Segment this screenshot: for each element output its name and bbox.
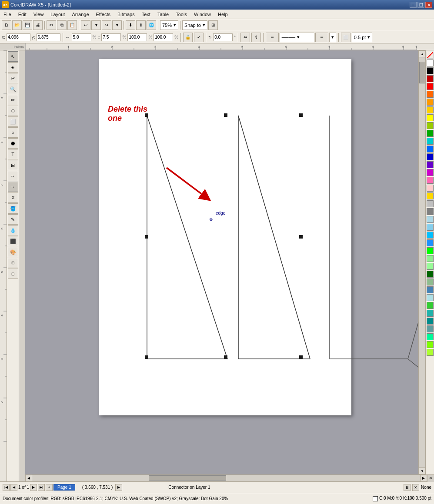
mirror-h-button[interactable]: ⇔: [240, 33, 250, 42]
dark-cyan-swatch[interactable]: [427, 318, 434, 325]
dark-red-swatch[interactable]: [427, 75, 434, 82]
light-pink-swatch[interactable]: [427, 185, 434, 192]
cut-button[interactable]: ✂: [47, 20, 56, 30]
menu-help[interactable]: Help: [214, 11, 231, 18]
interactive-fill-button[interactable]: 🎨: [8, 247, 18, 257]
monitor-button[interactable]: 🖥: [404, 484, 411, 491]
page-tab-1[interactable]: Page 1: [53, 484, 75, 491]
pale-green-swatch[interactable]: [427, 263, 434, 270]
shape-tool-button[interactable]: ◈: [8, 62, 18, 73]
cyan-swatch[interactable]: [427, 138, 434, 145]
new-button[interactable]: 🗋: [2, 20, 11, 30]
sea-green-swatch[interactable]: [427, 279, 434, 285]
snap-button[interactable]: ✕: [412, 484, 419, 491]
gold-swatch[interactable]: [427, 192, 434, 199]
silver-swatch[interactable]: [427, 200, 434, 207]
table-tool-button[interactable]: ⊞: [8, 160, 18, 170]
mesh-fill-button[interactable]: ⊞: [8, 258, 18, 268]
pink-swatch[interactable]: [427, 177, 434, 184]
redo-button[interactable]: ↪: [102, 20, 111, 30]
h-pct-input[interactable]: [154, 33, 173, 41]
line-end-left[interactable]: ━: [266, 33, 279, 42]
menu-window[interactable]: Window: [190, 11, 214, 18]
teal-swatch[interactable]: [427, 310, 434, 317]
menu-arrange[interactable]: Arrange: [68, 11, 92, 18]
yellow-green-swatch[interactable]: [427, 122, 434, 129]
scroll-right-button[interactable]: ▶: [420, 475, 427, 482]
next-page-button[interactable]: ▶: [30, 484, 37, 491]
menu-table[interactable]: Table: [154, 11, 172, 18]
hscroll-thumb[interactable]: [149, 475, 226, 481]
minimize-button[interactable]: −: [410, 2, 417, 8]
menu-text[interactable]: Text: [138, 11, 154, 18]
menu-view[interactable]: View: [30, 11, 47, 18]
cadet-blue-swatch[interactable]: [427, 325, 434, 332]
vscroll-bar[interactable]: ▲ ▼: [418, 50, 425, 474]
powder-blue-swatch[interactable]: [427, 294, 434, 301]
publish-button[interactable]: 🌐: [147, 20, 156, 30]
light-green-swatch[interactable]: [427, 255, 434, 262]
red-swatch[interactable]: [427, 83, 434, 90]
menu-file[interactable]: File: [0, 11, 15, 18]
deep-sky-blue-swatch[interactable]: [427, 232, 434, 239]
expand-button[interactable]: ▶: [115, 484, 122, 491]
polygon-tool-button[interactable]: ⬟: [8, 138, 18, 149]
no-fill-swatch[interactable]: [427, 52, 434, 59]
fill-tool-button[interactable]: 🪣: [8, 203, 18, 214]
undo-dropdown[interactable]: ▾: [91, 20, 101, 30]
white-swatch[interactable]: [427, 60, 434, 66]
save-button[interactable]: 💾: [23, 20, 32, 30]
export-button[interactable]: ⬆: [136, 20, 146, 30]
angle-input[interactable]: [213, 33, 233, 41]
transparency-button[interactable]: ◻: [8, 269, 18, 279]
light-blue-swatch[interactable]: [427, 216, 434, 223]
smart-drawing-button[interactable]: ✎: [8, 214, 18, 225]
undo-button[interactable]: ↩: [81, 20, 90, 30]
line-end-dropdown[interactable]: ▾: [329, 33, 336, 42]
smart-fill-button[interactable]: ⬡: [8, 106, 18, 116]
dodger-blue-swatch[interactable]: [427, 239, 434, 246]
menu-layout[interactable]: Layout: [47, 11, 68, 18]
sky-blue-swatch[interactable]: [427, 224, 434, 231]
close-button[interactable]: ✕: [425, 2, 432, 8]
rectangle-tool-button[interactable]: ⬜: [8, 116, 18, 127]
line-end-right[interactable]: ━: [315, 33, 328, 42]
orange-swatch[interactable]: [427, 99, 434, 106]
scroll-left-button[interactable]: ◀: [25, 475, 32, 482]
dark-green-swatch[interactable]: [427, 271, 434, 278]
black-swatch[interactable]: [427, 67, 434, 74]
height-input[interactable]: [101, 33, 121, 41]
canvas-area[interactable]: edge ⊕ Delete this one: [25, 50, 425, 474]
select-tool-button[interactable]: ↖: [8, 51, 18, 62]
width-input[interactable]: [72, 33, 91, 41]
hscroll-bar[interactable]: ◀ ▶ ⊕: [25, 474, 434, 481]
last-page-button[interactable]: ▶|: [38, 484, 45, 491]
dark-blue-swatch[interactable]: [427, 153, 434, 160]
w-pct-input[interactable]: [127, 33, 147, 41]
blue-swatch[interactable]: [427, 146, 434, 153]
menu-effects[interactable]: Effects: [93, 11, 114, 18]
text-tool-button[interactable]: T: [8, 149, 18, 159]
stroke-width-dropdown[interactable]: 0.5 pt ▾: [352, 33, 373, 42]
blend-tool-button[interactable]: ⧖: [8, 192, 18, 203]
connector-tool-button[interactable]: →: [8, 182, 18, 192]
redo-dropdown[interactable]: ▾: [112, 20, 122, 30]
y-input[interactable]: [37, 33, 60, 41]
yellow-orange-swatch[interactable]: [427, 106, 434, 113]
outline-button[interactable]: ⬛: [8, 236, 18, 246]
snap-options-button[interactable]: ⊞: [208, 20, 218, 30]
copy-button[interactable]: ⧉: [57, 20, 67, 30]
spring-green-swatch[interactable]: [427, 333, 434, 340]
zoom-tool-button[interactable]: 🔍: [8, 84, 18, 94]
vscroll-thumb[interactable]: [419, 62, 425, 83]
magenta-swatch[interactable]: [427, 169, 434, 176]
line-style-dropdown[interactable]: ──── ▾: [280, 33, 314, 42]
dimension-tool-button[interactable]: ↔: [8, 171, 18, 181]
ellipse-tool-button[interactable]: ○: [8, 127, 18, 138]
eyedropper-button[interactable]: 💧: [8, 225, 18, 235]
yellow-swatch[interactable]: [427, 114, 434, 121]
scroll-up-button[interactable]: ▲: [419, 50, 425, 57]
green-yellow-swatch[interactable]: [427, 349, 434, 356]
steel-blue-swatch[interactable]: [427, 286, 434, 293]
menu-bitmaps[interactable]: Bitmaps: [114, 11, 138, 18]
